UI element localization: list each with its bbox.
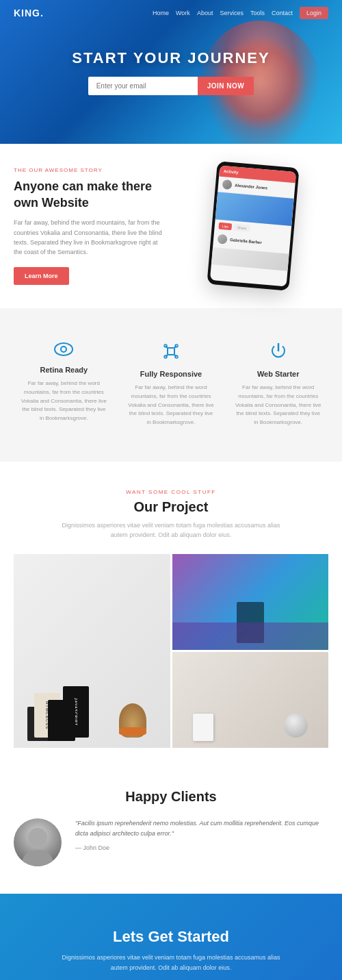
navbar: KING. Home Work About Services Tools Con… (0, 0, 342, 26)
phone-mockup: Activity Alexander Jones Like Share Gabr… (207, 161, 299, 291)
testimonial-quote: "Facilis ipsum reprehenderit nemo molest… (75, 818, 328, 840)
nav-logo: KING. (14, 8, 44, 18)
hero-form: JOIN NOW (72, 77, 269, 95)
phone-btn-2: Share (234, 224, 250, 232)
hero-email-input[interactable] (88, 77, 198, 95)
phone-text: THE OUR AWESOME STORY Anyone can make th… (14, 167, 164, 284)
testimonial-content: "Facilis ipsum reprehenderit nemo molest… (75, 818, 328, 852)
phone-eyebrow: THE OUR AWESOME STORY (14, 167, 164, 173)
testimonials-section: Happy Clients "Facilis ipsum reprehender… (0, 762, 342, 894)
phone-image-wrap: Activity Alexander Jones Like Share Gabr… (178, 164, 328, 288)
nav-links: Home Work About Services Tools Contact L… (153, 7, 328, 19)
nav-services[interactable]: Services (220, 10, 244, 16)
phone-avatar-2 (218, 234, 228, 244)
svg-point-7 (28, 828, 47, 847)
phone-heading: Anyone can make there own Website (14, 179, 164, 211)
nav-work[interactable]: Work (176, 10, 190, 16)
phone-btn-1: Like (218, 223, 232, 231)
feature-webstarter: Web Starter Far far away, behind the wor… (228, 336, 328, 434)
svg-point-1 (61, 347, 66, 352)
power-icon (235, 342, 321, 364)
features-grid: Retina Ready Far far away, behind the wo… (14, 336, 328, 434)
phone-name-1: Alexander Jones (235, 183, 267, 190)
hero-join-button[interactable]: JOIN NOW (198, 77, 254, 95)
cta-desc: Dignissimos asperiores vitae velit venia… (62, 953, 280, 974)
projects-title: Our Project (14, 499, 328, 515)
nav-about[interactable]: About (197, 10, 213, 16)
project-img-2[interactable] (172, 554, 329, 650)
phone-avatar-1 (222, 179, 233, 190)
testimonials-title: Happy Clients (14, 789, 328, 805)
phone-screen-title: Activity (224, 169, 239, 175)
projects-eyebrow: WANT SOME COOL STUFF (14, 489, 328, 495)
projects-desc: Dignissimos asperiores vitae velit venia… (62, 520, 280, 540)
avatar-image (14, 818, 62, 866)
feature-responsive: Fully Responsive Far far away, behind th… (121, 336, 222, 434)
phone-learn-button[interactable]: Learn More (14, 267, 69, 285)
features-section: Retina Ready Far far away, behind the wo… (0, 308, 342, 462)
cta-title: Lets Get Started (14, 928, 328, 946)
cta-section: Lets Get Started Dignissimos asperiores … (0, 894, 342, 980)
nav-login[interactable]: Login (300, 7, 328, 19)
feature-title-responsive: Fully Responsive (128, 370, 215, 378)
project-img-3[interactable] (172, 652, 329, 748)
eye-icon (21, 342, 107, 360)
testimonial-author: — John Doe (75, 844, 328, 851)
cmd-icon (128, 342, 215, 364)
svg-rect-2 (168, 348, 174, 355)
feature-title-webstarter: Web Starter (235, 370, 321, 378)
feature-title-retina: Retina Ready (21, 366, 107, 374)
project-img-1[interactable]: HTML&CSS JAVASCRIPT (14, 554, 170, 748)
hero-title: START YOUR JOURNEY (72, 49, 269, 67)
nav-tools[interactable]: Tools (250, 10, 265, 16)
feature-desc-retina: Far far away, behind the word mountains,… (21, 379, 107, 423)
feature-desc-responsive: Far far away, behind the word mountains,… (128, 384, 215, 427)
phone-name-2: Gabriella Barber (230, 238, 262, 244)
feature-desc-webstarter: Far far away, behind the word mountains,… (235, 384, 321, 427)
hero-content: START YOUR JOURNEY JOIN NOW (72, 49, 269, 95)
projects-section: WANT SOME COOL STUFF Our Project Digniss… (0, 462, 342, 762)
phone-screen: Activity Alexander Jones Like Share Gabr… (210, 165, 296, 286)
nav-contact[interactable]: Contact (272, 10, 293, 16)
testimonial-box: "Facilis ipsum reprehenderit nemo molest… (14, 818, 328, 866)
nav-home[interactable]: Home (153, 10, 169, 16)
phone-desc: Far far away, behind the word mountains,… (14, 218, 164, 257)
svg-point-8 (23, 850, 53, 866)
feature-retina: Retina Ready Far far away, behind the wo… (14, 336, 114, 434)
phone-section: THE OUR AWESOME STORY Anyone can make th… (0, 144, 342, 308)
project-grid: HTML&CSS JAVASCRIPT (14, 554, 328, 748)
svg-point-0 (55, 343, 73, 355)
testimonial-avatar (14, 818, 62, 866)
